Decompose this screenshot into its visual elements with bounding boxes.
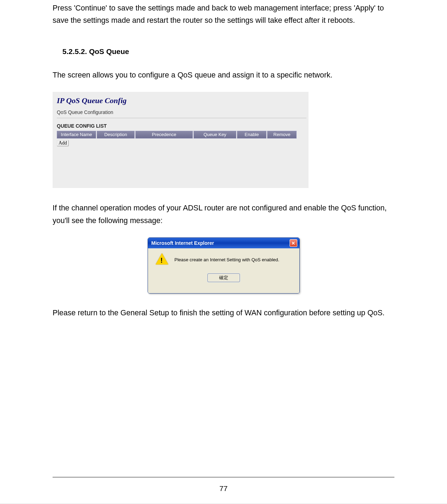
close-icon: ✕ (291, 241, 295, 246)
intro-paragraph: Press 'Continue' to save the settings ma… (53, 2, 394, 27)
column-header-enable: Enable (237, 131, 266, 139)
close-button[interactable]: ✕ (290, 239, 297, 247)
qos-config-panel: IP QoS Queue Config QoS Queue Configurat… (53, 92, 309, 188)
warning-icon: ! (156, 253, 168, 266)
section-intro-paragraph: The screen allows you to configure a QoS… (53, 69, 394, 81)
column-header-interface-name: Interface Name (57, 131, 96, 139)
ok-button[interactable]: 確定 (208, 274, 240, 282)
post-dialog-paragraph: Please return to the General Setup to fi… (53, 307, 394, 319)
page-number: 77 (0, 484, 447, 493)
column-header-description: Description (97, 131, 135, 139)
footer-rule (53, 477, 394, 477)
section-heading: 5.2.5.2. QoS Queue (53, 47, 394, 56)
column-header-remove: Remove (267, 131, 297, 139)
dialog-body: ! Please create an Internet Setting with… (148, 248, 299, 293)
dialog-title: Microsoft Internet Explorer (150, 240, 214, 246)
post-panel-paragraph: If the channel operation modes of your A… (53, 202, 394, 227)
qos-panel-title: IP QoS Queue Config (57, 96, 309, 105)
qos-panel-subtitle: QoS Queue Configuration (57, 109, 309, 115)
column-header-precedence: Precedence (135, 131, 193, 139)
dialog-message: Please create an Internet Setting with Q… (175, 257, 279, 262)
table-header-row: Interface Name Description Precedence Qu… (57, 131, 300, 139)
add-button[interactable]: Add (57, 140, 69, 146)
column-header-queue-key: Queue Key (194, 131, 236, 139)
divider (57, 118, 306, 118)
ie-dialog: Microsoft Internet Explorer ✕ ! Please c… (148, 237, 300, 294)
queue-list-label: QUEUE CONFIG LIST (57, 123, 309, 129)
dialog-titlebar: Microsoft Internet Explorer ✕ (148, 238, 299, 248)
